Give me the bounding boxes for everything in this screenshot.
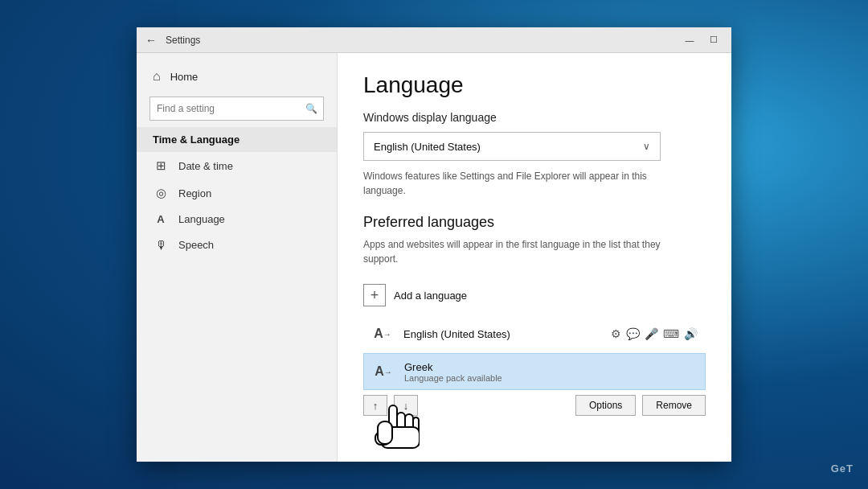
sidebar: ⌂ Home 🔍 Time & Language ⊞ Date & time ◎… [137,53,338,462]
minimize-button[interactable]: — [678,32,701,48]
page-title: Language [363,72,706,98]
main-content: Language Windows display language Englis… [338,53,731,462]
english-capabilities: ⚙ 💬 🎤 ⌨ 🔊 [611,327,698,340]
english-lang-name: English (United States) [403,328,601,340]
language-label: Language [178,213,225,225]
capability-keyboard-icon: ⌨ [663,327,679,340]
sidebar-item-home[interactable]: ⌂ Home [137,63,337,90]
dropdown-arrow-icon: ∨ [643,141,650,152]
back-button[interactable]: ← [143,32,159,48]
sidebar-item-region[interactable]: ◎ Region [137,179,337,207]
speech-icon: 🎙 [153,238,169,252]
greek-lang-name: Greek [404,361,697,373]
add-language-button[interactable]: + Add a language [363,277,706,313]
search-box: 🔍 [149,97,324,121]
datetime-label: Date & time [178,160,233,172]
settings-window: ← Settings — ☐ ⌂ Home 🔍 Time & Language … [137,27,731,462]
preferred-languages-title: Preferred languages [363,214,706,231]
greek-lang-icon: A→ [372,360,395,383]
search-input[interactable] [149,97,324,121]
capability-speech-icon: 💬 [626,327,640,340]
datetime-icon: ⊞ [153,158,169,173]
english-lang-info: English (United States) [403,328,601,340]
preferred-languages-description: Apps and websites will appear in the fir… [363,237,661,266]
sidebar-item-language[interactable]: A Language [137,207,337,232]
english-lang-icon: A→ [371,323,394,345]
titlebar: ← Settings — ☐ [137,27,731,53]
add-language-label: Add a language [394,290,467,302]
display-language-dropdown[interactable]: English (United States) ∨ [363,132,661,161]
language-item-english[interactable]: A→ English (United States) ⚙ 💬 🎤 ⌨ 🔊 [363,316,706,351]
language-actions: ↑ ↓ Options Remove [363,395,706,416]
capability-mic-icon: 🎤 [645,327,658,340]
greek-lang-subtext: Language pack available [404,373,697,383]
region-icon: ◎ [153,186,169,200]
remove-button[interactable]: Remove [642,395,706,416]
speech-label: Speech [178,239,214,251]
search-icon: 🔍 [305,103,317,114]
move-up-button[interactable]: ↑ [363,395,387,416]
options-button[interactable]: Options [575,395,636,416]
window-controls: — ☐ [678,32,725,48]
move-down-button[interactable]: ↓ [394,395,418,416]
watermark: GeT [831,462,854,475]
home-label: Home [170,71,199,83]
window-content: ⌂ Home 🔍 Time & Language ⊞ Date & time ◎… [137,53,731,462]
capability-audio-icon: 🔊 [684,327,698,340]
region-label: Region [178,187,211,199]
display-language-value: English (United States) [374,141,481,153]
language-icon: A [153,213,169,225]
language-item-greek[interactable]: A→ Greek Language pack available [363,353,706,390]
window-title: Settings [166,35,678,46]
home-icon: ⌂ [153,69,161,84]
capability-settings-icon: ⚙ [611,327,621,340]
display-language-label: Windows display language [363,111,706,124]
maximize-button[interactable]: ☐ [702,32,725,48]
sidebar-item-speech[interactable]: 🎙 Speech [137,232,337,258]
sidebar-item-datetime[interactable]: ⊞ Date & time [137,152,337,179]
sidebar-active-section[interactable]: Time & Language [137,127,337,152]
plus-icon: + [363,284,386,306]
display-language-description: Windows features like Settings and File … [363,169,661,198]
greek-lang-info: Greek Language pack available [404,361,697,383]
